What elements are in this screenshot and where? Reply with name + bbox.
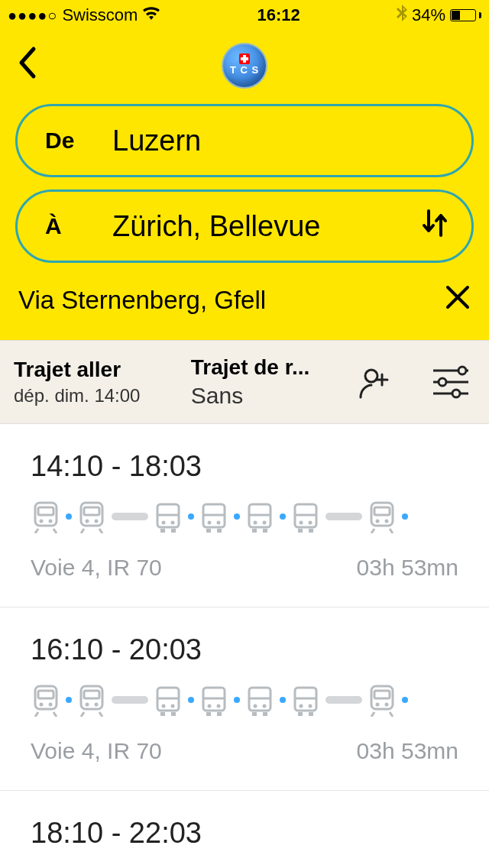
to-label: À: [45, 213, 112, 239]
svg-point-10: [49, 520, 53, 523]
svg-point-18: [171, 521, 175, 525]
svg-point-65: [254, 704, 257, 708]
svg-rect-62: [217, 712, 222, 716]
results-list: 14:10 - 18:03 Voie 4, IR 70 03h 53mn 16:…: [0, 424, 489, 868]
svg-point-2: [458, 367, 466, 374]
to-value: Zürich, Bellevue: [112, 210, 320, 243]
back-button[interactable]: [15, 46, 37, 87]
trip-time: 14:10 - 18:03: [31, 450, 458, 483]
svg-rect-19: [160, 529, 165, 533]
svg-rect-8: [38, 507, 53, 515]
trip-time: 16:10 - 20:03: [31, 633, 458, 666]
svg-point-14: [95, 520, 99, 523]
battery-icon: [450, 9, 481, 21]
filter-bar: Trajet aller dép. dim. 14:00 Trajet de r…: [0, 340, 489, 424]
svg-point-6: [452, 390, 460, 397]
clear-via-button[interactable]: [445, 283, 471, 317]
from-value: Luzern: [112, 125, 201, 157]
trip-row[interactable]: 14:10 - 18:03 Voie 4, IR 70 03h 53mn: [0, 424, 489, 607]
svg-rect-73: [298, 712, 303, 716]
train-icon: [31, 500, 61, 533]
clock: 16:12: [257, 5, 300, 25]
swap-icon[interactable]: [419, 206, 450, 247]
carrier-label: Swisscom: [62, 5, 138, 25]
transport-icons: [31, 683, 458, 717]
svg-rect-61: [206, 712, 211, 716]
svg-point-78: [385, 703, 389, 707]
svg-rect-48: [84, 691, 99, 698]
svg-point-53: [162, 704, 166, 708]
svg-point-17: [162, 521, 166, 525]
signal-dots: ●●●●○: [8, 7, 57, 24]
wifi-icon: [142, 5, 160, 25]
filter-settings-button[interactable]: [413, 364, 489, 400]
svg-point-9: [40, 520, 44, 523]
svg-point-59: [208, 704, 212, 708]
svg-rect-25: [206, 529, 211, 533]
bus-icon: [199, 500, 229, 533]
trip-row[interactable]: 18:10 - 22:03: [0, 791, 489, 868]
bus-icon: [153, 683, 183, 717]
svg-point-42: [385, 520, 389, 523]
bus-icon: [244, 683, 275, 717]
svg-rect-44: [38, 691, 53, 698]
train-icon: [31, 683, 61, 717]
status-bar: ●●●●○ Swisscom 16:12 34%: [0, 0, 489, 31]
trip-info: Voie 4, IR 70: [31, 555, 162, 581]
svg-point-23: [208, 521, 212, 525]
bus-icon: [290, 683, 321, 717]
svg-point-45: [40, 703, 44, 707]
svg-point-46: [49, 703, 53, 707]
svg-rect-74: [309, 712, 313, 716]
svg-rect-68: [263, 712, 267, 716]
to-field[interactable]: À Zürich, Bellevue: [15, 189, 474, 263]
add-passenger-button[interactable]: [336, 364, 413, 400]
svg-point-36: [309, 521, 313, 525]
outbound-selector[interactable]: Trajet aller dép. dim. 14:00: [0, 347, 177, 417]
train-icon: [367, 500, 397, 533]
svg-rect-55: [160, 712, 165, 716]
svg-rect-32: [263, 529, 267, 533]
svg-rect-76: [374, 691, 390, 698]
train-icon: [76, 683, 107, 717]
svg-rect-37: [298, 529, 303, 533]
trip-row[interactable]: 16:10 - 20:03 Voie 4, IR 70 03h 53mn: [0, 607, 489, 791]
trip-info: Voie 4, IR 70: [31, 738, 162, 764]
svg-rect-40: [374, 507, 390, 515]
via-text[interactable]: Via Sternenberg, Gfell: [18, 286, 266, 315]
svg-rect-20: [171, 529, 176, 533]
trip-duration: 03h 53mn: [357, 738, 458, 764]
svg-rect-12: [84, 507, 99, 515]
svg-point-50: [95, 703, 99, 707]
svg-rect-67: [252, 712, 257, 716]
svg-point-4: [439, 378, 446, 386]
svg-point-72: [309, 704, 313, 708]
svg-point-54: [171, 704, 175, 708]
svg-point-0: [365, 370, 377, 382]
svg-point-29: [254, 521, 257, 525]
svg-point-77: [376, 703, 380, 707]
battery-label: 34%: [412, 5, 445, 25]
from-field[interactable]: De Luzern: [15, 104, 474, 177]
svg-rect-38: [309, 529, 313, 533]
transport-icons: [31, 500, 458, 533]
bus-icon: [244, 500, 275, 533]
svg-point-41: [376, 520, 380, 523]
trip-duration: 03h 53mn: [357, 555, 458, 581]
svg-point-60: [217, 704, 221, 708]
svg-point-71: [300, 704, 303, 708]
svg-point-24: [217, 521, 221, 525]
svg-rect-26: [217, 529, 222, 533]
svg-point-66: [263, 704, 267, 708]
bluetooth-icon: [397, 5, 407, 26]
svg-point-49: [86, 703, 89, 707]
bus-icon: [199, 683, 229, 717]
search-header: T C S De Luzern À Zürich, Bellevue Via S…: [0, 31, 489, 340]
train-icon: [76, 500, 107, 533]
train-icon: [367, 683, 397, 717]
trip-time: 18:10 - 22:03: [31, 817, 458, 850]
svg-point-35: [300, 521, 303, 525]
return-selector[interactable]: Trajet de r... Sans: [177, 345, 336, 419]
svg-rect-31: [252, 529, 257, 533]
svg-point-13: [86, 520, 89, 523]
